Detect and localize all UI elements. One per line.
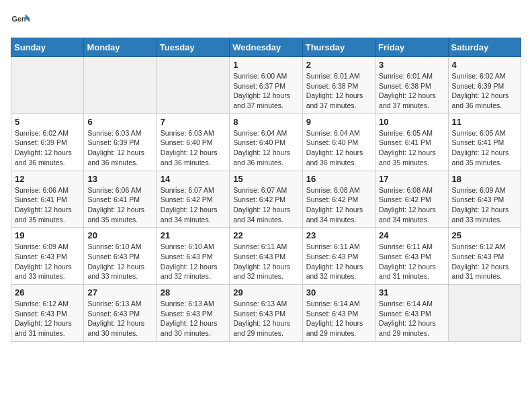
- calendar-cell: 12Sunrise: 6:06 AMSunset: 6:41 PMDayligh…: [11, 171, 84, 228]
- day-detail: Sunrise: 6:03 AMSunset: 6:39 PMDaylight:…: [87, 128, 152, 168]
- day-detail: Sunrise: 6:10 AMSunset: 6:43 PMDaylight:…: [87, 242, 152, 281]
- calendar-week-1: 1Sunrise: 6:00 AMSunset: 6:37 PMDaylight…: [11, 57, 521, 114]
- day-detail: Sunrise: 6:07 AMSunset: 6:42 PMDaylight:…: [161, 185, 226, 225]
- calendar-cell: 3Sunrise: 6:01 AMSunset: 6:38 PMDaylight…: [375, 57, 448, 114]
- day-detail: Sunrise: 6:05 AMSunset: 6:41 PMDaylight:…: [379, 128, 444, 168]
- calendar-cell: 16Sunrise: 6:08 AMSunset: 6:42 PMDayligh…: [302, 171, 375, 228]
- calendar-header-friday: Friday: [375, 38, 448, 57]
- day-number: 18: [452, 174, 517, 184]
- day-detail: Sunrise: 6:13 AMSunset: 6:43 PMDaylight:…: [233, 299, 298, 338]
- calendar-cell: 9Sunrise: 6:04 AMSunset: 6:40 PMDaylight…: [302, 113, 375, 171]
- calendar-cell: 13Sunrise: 6:06 AMSunset: 6:41 PMDayligh…: [84, 171, 157, 228]
- day-detail: Sunrise: 6:03 AMSunset: 6:40 PMDaylight:…: [161, 128, 226, 168]
- day-detail: Sunrise: 6:04 AMSunset: 6:40 PMDaylight:…: [306, 128, 371, 168]
- calendar-cell: 20Sunrise: 6:10 AMSunset: 6:43 PMDayligh…: [84, 228, 157, 285]
- calendar-cell: [11, 57, 84, 114]
- calendar-cell: 5Sunrise: 6:02 AMSunset: 6:39 PMDaylight…: [11, 113, 84, 171]
- day-number: 31: [379, 287, 444, 298]
- day-number: 6: [87, 117, 152, 127]
- day-number: 17: [379, 174, 444, 184]
- day-detail: Sunrise: 6:11 AMSunset: 6:43 PMDaylight:…: [233, 242, 298, 281]
- day-detail: Sunrise: 6:08 AMSunset: 6:42 PMDaylight:…: [306, 185, 371, 225]
- calendar-cell: 26Sunrise: 6:12 AMSunset: 6:43 PMDayligh…: [11, 285, 84, 342]
- day-detail: Sunrise: 6:13 AMSunset: 6:43 PMDaylight:…: [161, 299, 226, 338]
- calendar-cell: 1Sunrise: 6:00 AMSunset: 6:37 PMDaylight…: [230, 57, 302, 114]
- day-number: 28: [161, 287, 226, 298]
- day-number: 24: [379, 230, 444, 240]
- svg-text:Gen: Gen: [12, 15, 26, 23]
- day-number: 29: [233, 287, 298, 298]
- calendar-header-sunday: Sunday: [11, 38, 84, 57]
- day-number: 5: [15, 117, 80, 127]
- day-detail: Sunrise: 6:07 AMSunset: 6:42 PMDaylight:…: [233, 185, 298, 225]
- day-number: 30: [306, 287, 371, 298]
- day-detail: Sunrise: 6:10 AMSunset: 6:43 PMDaylight:…: [161, 242, 226, 281]
- calendar-cell: 28Sunrise: 6:13 AMSunset: 6:43 PMDayligh…: [157, 285, 229, 342]
- calendar-cell: 30Sunrise: 6:14 AMSunset: 6:43 PMDayligh…: [302, 285, 375, 342]
- day-number: 10: [379, 117, 444, 127]
- calendar-table: SundayMondayTuesdayWednesdayThursdayFrid…: [11, 38, 521, 342]
- day-detail: Sunrise: 6:14 AMSunset: 6:43 PMDaylight:…: [306, 299, 371, 338]
- day-number: 19: [15, 230, 80, 240]
- day-detail: Sunrise: 6:13 AMSunset: 6:43 PMDaylight:…: [87, 299, 152, 338]
- calendar-cell: 19Sunrise: 6:09 AMSunset: 6:43 PMDayligh…: [11, 228, 84, 285]
- day-number: 9: [306, 117, 371, 127]
- day-detail: Sunrise: 6:02 AMSunset: 6:39 PMDaylight:…: [452, 71, 517, 111]
- day-number: 4: [452, 60, 517, 70]
- day-number: 11: [452, 117, 517, 127]
- day-number: 20: [87, 230, 152, 240]
- calendar-week-4: 19Sunrise: 6:09 AMSunset: 6:43 PMDayligh…: [11, 228, 521, 285]
- day-detail: Sunrise: 6:04 AMSunset: 6:40 PMDaylight:…: [233, 128, 298, 168]
- calendar-header-thursday: Thursday: [302, 38, 375, 57]
- day-number: 2: [306, 60, 371, 70]
- calendar-week-2: 5Sunrise: 6:02 AMSunset: 6:39 PMDaylight…: [11, 113, 521, 171]
- calendar-cell: 27Sunrise: 6:13 AMSunset: 6:43 PMDayligh…: [84, 285, 157, 342]
- day-detail: Sunrise: 6:12 AMSunset: 6:43 PMDaylight:…: [15, 299, 80, 338]
- day-detail: Sunrise: 6:11 AMSunset: 6:43 PMDaylight:…: [379, 242, 444, 281]
- calendar-cell: [157, 57, 229, 114]
- day-detail: Sunrise: 6:08 AMSunset: 6:42 PMDaylight:…: [379, 185, 444, 225]
- calendar-week-3: 12Sunrise: 6:06 AMSunset: 6:41 PMDayligh…: [11, 171, 521, 228]
- day-detail: Sunrise: 6:12 AMSunset: 6:43 PMDaylight:…: [452, 242, 517, 281]
- day-number: 25: [452, 230, 517, 240]
- calendar-body: 1Sunrise: 6:00 AMSunset: 6:37 PMDaylight…: [11, 57, 521, 342]
- calendar-header-monday: Monday: [84, 38, 157, 57]
- calendar-cell: [84, 57, 157, 114]
- day-detail: Sunrise: 6:11 AMSunset: 6:43 PMDaylight:…: [306, 242, 371, 281]
- day-number: 3: [379, 60, 444, 70]
- day-detail: Sunrise: 6:09 AMSunset: 6:43 PMDaylight:…: [452, 185, 517, 225]
- day-detail: Sunrise: 6:06 AMSunset: 6:41 PMDaylight:…: [15, 185, 80, 225]
- calendar-cell: 25Sunrise: 6:12 AMSunset: 6:43 PMDayligh…: [448, 228, 521, 285]
- calendar-cell: 29Sunrise: 6:13 AMSunset: 6:43 PMDayligh…: [230, 285, 302, 342]
- day-number: 27: [87, 287, 152, 298]
- day-detail: Sunrise: 6:05 AMSunset: 6:41 PMDaylight:…: [452, 128, 517, 168]
- day-number: 16: [306, 174, 371, 184]
- calendar-cell: 7Sunrise: 6:03 AMSunset: 6:40 PMDaylight…: [157, 113, 229, 171]
- calendar-cell: 11Sunrise: 6:05 AMSunset: 6:41 PMDayligh…: [448, 113, 521, 171]
- calendar-cell: 22Sunrise: 6:11 AMSunset: 6:43 PMDayligh…: [230, 228, 302, 285]
- calendar-cell: 24Sunrise: 6:11 AMSunset: 6:43 PMDayligh…: [375, 228, 448, 285]
- day-number: 21: [161, 230, 226, 240]
- day-number: 14: [161, 174, 226, 184]
- calendar-cell: 17Sunrise: 6:08 AMSunset: 6:42 PMDayligh…: [375, 171, 448, 228]
- calendar-cell: 4Sunrise: 6:02 AMSunset: 6:39 PMDaylight…: [448, 57, 521, 114]
- day-number: 22: [233, 230, 298, 240]
- day-detail: Sunrise: 6:01 AMSunset: 6:38 PMDaylight:…: [379, 71, 444, 111]
- calendar-cell: 31Sunrise: 6:14 AMSunset: 6:43 PMDayligh…: [375, 285, 448, 342]
- page-header: Gen: [11, 11, 521, 30]
- logo-icon: Gen: [11, 11, 30, 30]
- day-number: 7: [161, 117, 226, 127]
- calendar-cell: 6Sunrise: 6:03 AMSunset: 6:39 PMDaylight…: [84, 113, 157, 171]
- day-number: 8: [233, 117, 298, 127]
- day-number: 13: [87, 174, 152, 184]
- calendar-cell: [448, 285, 521, 342]
- calendar-cell: 15Sunrise: 6:07 AMSunset: 6:42 PMDayligh…: [230, 171, 302, 228]
- day-detail: Sunrise: 6:09 AMSunset: 6:43 PMDaylight:…: [15, 242, 80, 281]
- calendar-cell: 8Sunrise: 6:04 AMSunset: 6:40 PMDaylight…: [230, 113, 302, 171]
- day-number: 26: [15, 287, 80, 298]
- calendar-header-wednesday: Wednesday: [230, 38, 302, 57]
- calendar-cell: 21Sunrise: 6:10 AMSunset: 6:43 PMDayligh…: [157, 228, 229, 285]
- calendar-cell: 2Sunrise: 6:01 AMSunset: 6:38 PMDaylight…: [302, 57, 375, 114]
- day-detail: Sunrise: 6:14 AMSunset: 6:43 PMDaylight:…: [379, 299, 444, 338]
- calendar-header-saturday: Saturday: [448, 38, 521, 57]
